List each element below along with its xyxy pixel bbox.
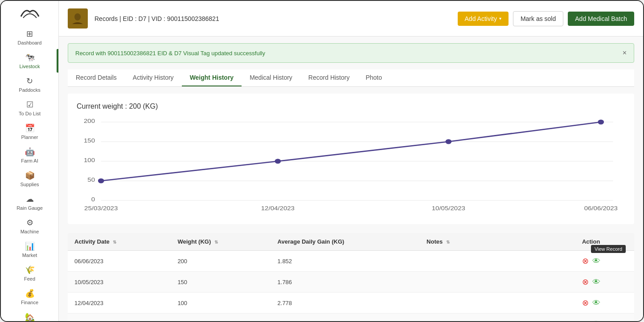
- cell-weight: 100: [171, 293, 271, 314]
- cell-weight: 200: [171, 251, 271, 272]
- sidebar-item-livestock[interactable]: 🐄 Livestock: [1, 49, 58, 73]
- sidebar-item-feed[interactable]: 🌾 Feed: [1, 261, 58, 285]
- chart-title: Current weight : 200 (KG): [77, 102, 625, 110]
- raingauge-icon: ☁: [26, 194, 34, 204]
- svg-text:12/04/2023: 12/04/2023: [261, 205, 295, 211]
- svg-point-13: [275, 159, 281, 164]
- view-record-button[interactable]: 👁: [592, 319, 600, 322]
- sidebar-item-supplies[interactable]: 📦 Supplies: [1, 167, 58, 191]
- sidebar-item-label: Market: [22, 253, 37, 258]
- sidebar-item-raingauge[interactable]: ☁ Rain Gauge: [1, 191, 58, 214]
- cell-adg: 1.786: [271, 272, 420, 293]
- supplies-icon: 📦: [25, 171, 35, 180]
- add-medical-batch-button[interactable]: Add Medical Batch: [568, 12, 634, 26]
- cell-action: ⊗ 👁: [575, 272, 634, 293]
- svg-point-14: [446, 139, 452, 144]
- sidebar-item-label: Dashboard: [18, 40, 42, 45]
- tab-weight-history[interactable]: Weight History: [182, 69, 242, 86]
- svg-text:0: 0: [91, 197, 95, 203]
- weight-chart: 200 150 100 50 0: [77, 117, 625, 215]
- sort-icon[interactable]: ⇅: [113, 240, 116, 245]
- mark-as-sold-button[interactable]: Mark as sold: [513, 11, 563, 26]
- sidebar-item-todolist[interactable]: ☑ To Do List: [1, 96, 58, 120]
- view-tooltip: View Record: [591, 245, 626, 253]
- cell-action: ⊗ 👁: [575, 293, 634, 314]
- tab-bar: Record Details Activity History Weight H…: [68, 69, 634, 87]
- add-activity-button[interactable]: Add Activity ▾: [458, 12, 509, 26]
- cell-notes: [420, 293, 575, 314]
- cell-notes: [420, 251, 575, 272]
- app-logo: [16, 5, 43, 21]
- header: Records | EID : D7 | VID : 9001150023868…: [59, 1, 643, 37]
- sidebar-item-label: Rain Gauge: [16, 205, 43, 211]
- sidebar-item-label: Planner: [21, 135, 38, 140]
- sidebar-item-finance[interactable]: 💰 Finance: [1, 285, 58, 309]
- col-adg: Average Daily Gain (KG): [271, 233, 420, 251]
- delete-button[interactable]: ⊗: [582, 319, 589, 321]
- svg-text:10/05/2023: 10/05/2023: [432, 205, 465, 211]
- view-record-button[interactable]: 👁: [592, 257, 600, 266]
- tab-medical-history[interactable]: Medical History: [242, 69, 300, 86]
- sidebar-item-farmai[interactable]: 🤖 Farm AI: [1, 143, 58, 167]
- feed-icon: 🌾: [25, 265, 35, 275]
- avatar: [68, 8, 88, 29]
- cell-action: ⊗ 👁 View Record: [575, 251, 634, 272]
- sidebar-item-label: Feed: [24, 276, 35, 281]
- delete-button[interactable]: ⊗: [582, 298, 589, 308]
- action-cell: ⊗ 👁: [582, 319, 628, 321]
- farmai-icon: 🤖: [25, 147, 35, 157]
- sidebar: ⊞ Dashboard 🐄 Livestock ↻ Paddocks ☑ To …: [1, 1, 59, 321]
- sort-icon[interactable]: ⇅: [214, 240, 218, 245]
- farm-icon: 🏡: [25, 312, 35, 322]
- sort-icon[interactable]: ⇅: [446, 240, 450, 245]
- cell-adg: 0: [271, 314, 420, 322]
- dropdown-arrow-icon: ▾: [499, 16, 501, 21]
- cell-action: ⊗ 👁: [575, 314, 634, 322]
- action-cell: ⊗ 👁 View Record: [582, 256, 628, 266]
- cell-date: 12/04/2023: [68, 293, 171, 314]
- data-table: Activity Date ⇅ Weight (KG) ⇅ Average Da…: [68, 233, 634, 321]
- svg-text:100: 100: [84, 158, 95, 163]
- cell-notes: [420, 272, 575, 293]
- svg-text:25/03/2023: 25/03/2023: [84, 205, 118, 211]
- sidebar-item-label: Finance: [21, 300, 38, 305]
- view-record-button[interactable]: 👁: [592, 298, 600, 308]
- view-record-button[interactable]: 👁: [592, 277, 600, 287]
- sidebar-item-paddocks[interactable]: ↻ Paddocks: [1, 73, 58, 96]
- tab-record-history[interactable]: Record History: [300, 69, 358, 86]
- table-row: 06/06/2023 200 1.852 ⊗ 👁 View Record: [68, 251, 634, 272]
- success-banner: Record with 900115002386821 EID & D7 Vis…: [68, 43, 634, 63]
- tab-photo[interactable]: Photo: [357, 69, 390, 86]
- delete-button[interactable]: ⊗: [582, 277, 589, 287]
- sidebar-item-label: Paddocks: [19, 87, 40, 93]
- table-row: 12/04/2023 100 2.778 ⊗ 👁: [68, 293, 634, 314]
- delete-button[interactable]: ⊗: [582, 256, 589, 266]
- col-weight: Weight (KG) ⇅: [171, 233, 271, 251]
- page-content: Record with 900115002386821 EID & D7 Vis…: [59, 37, 643, 321]
- market-icon: 📊: [25, 241, 35, 251]
- main-content: Records | EID : D7 | VID : 9001150023868…: [59, 1, 643, 321]
- table-row: 25/03/2023 50 0 Smooth birth - drinking …: [68, 314, 634, 322]
- header-actions: Add Activity ▾ Mark as sold Add Medical …: [458, 11, 634, 26]
- cell-adg: 2.778: [271, 293, 420, 314]
- finance-icon: 💰: [25, 289, 35, 298]
- svg-point-15: [598, 120, 604, 125]
- chart-container: 200 150 100 50 0: [77, 117, 625, 215]
- tab-record-details[interactable]: Record Details: [68, 69, 125, 86]
- machine-icon: ⚙: [26, 218, 33, 228]
- sidebar-item-farm[interactable]: 🏡 Farm: [1, 309, 58, 322]
- action-cell: ⊗ 👁: [582, 277, 628, 287]
- cell-notes: Smooth birth - drinking milk: [420, 314, 575, 322]
- planner-icon: 📅: [25, 123, 35, 133]
- sidebar-item-machine[interactable]: ⚙ Machine: [1, 214, 58, 238]
- cell-date: 25/03/2023: [68, 314, 171, 322]
- sidebar-item-label: Machine: [21, 229, 39, 234]
- close-banner-button[interactable]: ×: [623, 49, 627, 57]
- livestock-icon: 🐄: [25, 53, 35, 62]
- cell-weight: 50: [171, 314, 271, 322]
- sidebar-item-dashboard[interactable]: ⊞ Dashboard: [1, 25, 58, 49]
- sidebar-item-planner[interactable]: 📅 Planner: [1, 120, 58, 143]
- sidebar-item-market[interactable]: 📊 Market: [1, 238, 58, 261]
- svg-text:50: 50: [87, 177, 95, 183]
- tab-activity-history[interactable]: Activity History: [125, 69, 182, 86]
